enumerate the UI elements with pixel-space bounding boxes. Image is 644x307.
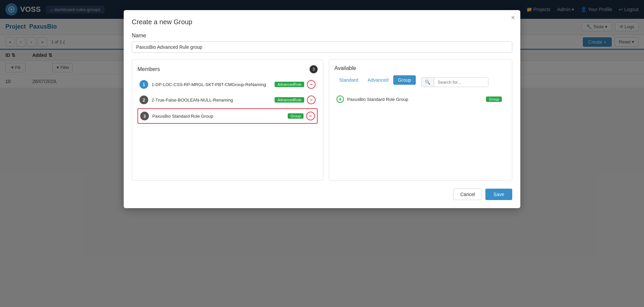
member-name-1: 1-DP-LOC-CSS-RP-MRGL-SKT-PBT-CMGroup-ReN…	[152, 82, 275, 87]
name-section: Name	[132, 33, 512, 53]
remove-member-2-button[interactable]: –	[307, 95, 316, 104]
available-title: Available	[334, 65, 356, 71]
available-item-name: PaxusBio Standard Rule Group	[347, 97, 486, 102]
available-panel: Available Standard Advanced Group 🔍 +	[329, 60, 512, 181]
available-item-badge: Group	[486, 97, 502, 102]
modal-title: Create a new Group	[132, 18, 512, 26]
member-num-2: 2	[139, 95, 148, 104]
tab-group[interactable]: Group	[393, 75, 416, 85]
modal-close-button[interactable]: ×	[511, 14, 515, 21]
tab-advanced[interactable]: Advanced	[363, 75, 393, 85]
search-input[interactable]	[434, 78, 488, 87]
member-badge-1: AdvancedRule	[275, 82, 304, 87]
modal-footer: Cancel Save	[132, 189, 512, 200]
available-tabs: Standard Advanced Group	[334, 75, 416, 85]
member-name-2: 2-True-False-BOOLEAN-NULL-Renaming	[152, 98, 275, 103]
remove-member-3-button[interactable]: –	[306, 112, 315, 120]
member-badge-2: AdvancedRule	[275, 97, 304, 103]
member-item-1: 1 1-DP-LOC-CSS-RP-MRGL-SKT-PBT-CMGroup-R…	[137, 77, 318, 91]
tab-standard[interactable]: Standard	[334, 75, 363, 85]
name-input[interactable]	[132, 41, 512, 53]
search-box: 🔍	[421, 77, 488, 87]
members-panel-header: Members 3	[137, 65, 318, 73]
available-controls: Standard Advanced Group 🔍	[334, 75, 507, 89]
members-title: Members	[137, 66, 160, 72]
panels: Members 3 1 1-DP-LOC-CSS-RP-MRGL-SKT-PBT…	[132, 60, 512, 181]
member-item-3: 3 PaxusBio Standard Rule Group Group –	[137, 108, 318, 124]
remove-member-1-button[interactable]: –	[307, 80, 316, 89]
member-num-3: 3	[140, 112, 149, 120]
save-button[interactable]: Save	[485, 189, 512, 200]
member-name-3: PaxusBio Standard Rule Group	[152, 114, 288, 119]
search-icon: 🔍	[425, 80, 431, 85]
name-label: Name	[132, 33, 512, 39]
member-item-2: 2 2-True-False-BOOLEAN-NULL-Renaming Adv…	[137, 93, 318, 107]
create-group-modal: Create a new Group × Name Members 3 1 1-…	[124, 10, 520, 208]
search-button[interactable]: 🔍	[421, 78, 434, 87]
available-panel-header: Available	[334, 65, 507, 71]
member-badge-3: Group	[288, 113, 304, 119]
add-available-item-button[interactable]: +	[336, 95, 344, 103]
available-item-1: + PaxusBio Standard Rule Group Group	[334, 93, 507, 106]
member-num-1: 1	[139, 80, 148, 89]
members-panel: Members 3 1 1-DP-LOC-CSS-RP-MRGL-SKT-PBT…	[132, 60, 323, 181]
cancel-button[interactable]: Cancel	[453, 189, 482, 200]
members-count: 3	[310, 65, 318, 73]
